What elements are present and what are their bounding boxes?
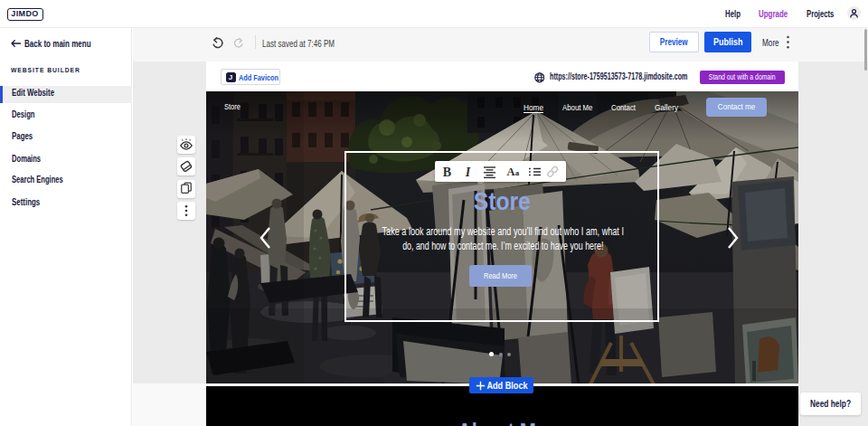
svg-text:A: A — [506, 166, 514, 178]
svg-text:B: B — [443, 166, 451, 179]
svg-text:I: I — [465, 166, 471, 179]
svg-text:a: a — [515, 168, 520, 177]
